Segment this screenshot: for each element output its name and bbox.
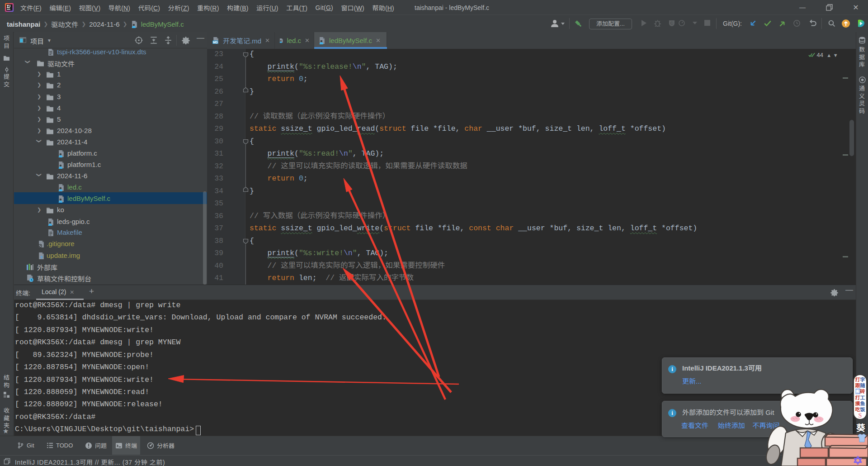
svg-text:?: ? <box>40 254 43 259</box>
svg-text:葵: 葵 <box>856 422 866 433</box>
svg-text:MD: MD <box>213 41 218 44</box>
svg-text:C: C <box>670 21 674 25</box>
